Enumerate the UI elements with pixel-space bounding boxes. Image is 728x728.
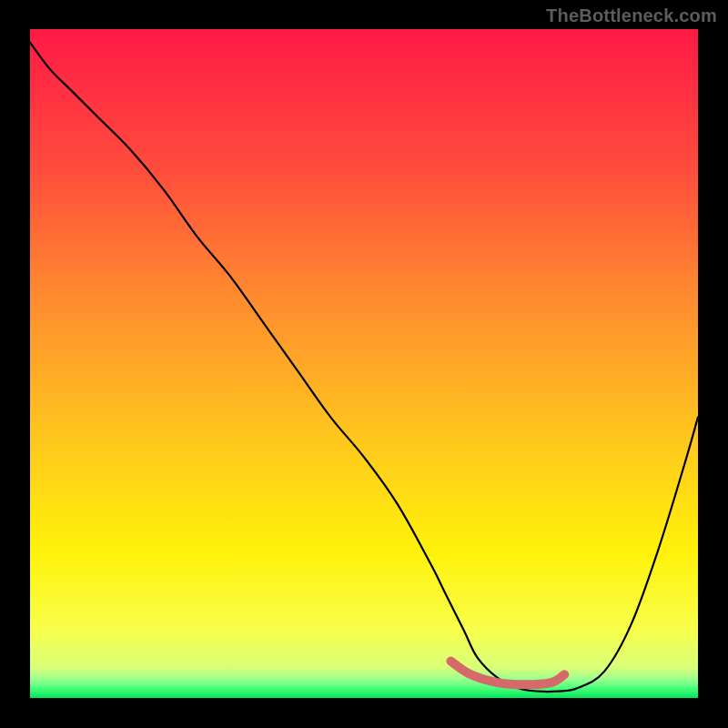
bottleneck-chart — [0, 0, 728, 728]
plot-background — [30, 29, 698, 698]
watermark-text: TheBottleneck.com — [546, 5, 717, 26]
